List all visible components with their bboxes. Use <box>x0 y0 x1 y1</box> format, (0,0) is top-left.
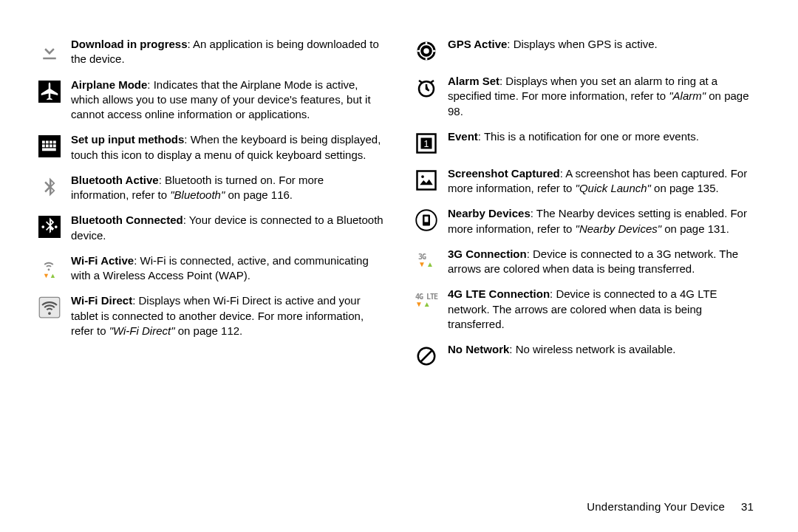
entry-reference: "Quick Launch" <box>576 182 651 194</box>
entry-description: Event: This is a notification for one or… <box>448 129 761 144</box>
entry-text: : Displays when GPS is active. <box>507 38 657 50</box>
nonetwork-icon <box>414 344 439 369</box>
left-column: Download in progress: An application is … <box>37 37 384 379</box>
icon-entry: Nearby Devices: The Nearby devices setti… <box>414 206 761 236</box>
icon-entry: Bluetooth Connected: Your device is conn… <box>37 213 384 243</box>
entry-description: Nearby Devices: The Nearby devices setti… <box>448 206 761 236</box>
icon-entry: No Network: No wireless network is avail… <box>414 342 761 369</box>
alarm-icon <box>414 75 439 100</box>
entry-description: 4G LTE Connection: Device is connected t… <box>448 287 761 332</box>
wifi-active-icon: ▼▲ <box>37 255 62 280</box>
screenshot-icon <box>414 168 439 193</box>
icon-entry: 4G LTE▼▲4G LTE Connection: Device is con… <box>414 287 761 332</box>
footer-section: Understanding Your Device <box>587 500 725 513</box>
entry-text: : No wireless network is available. <box>509 343 675 355</box>
entry-reference: "Wi-Fi Direct" <box>109 324 175 337</box>
entry-title: Download in progress <box>71 38 188 50</box>
bluetooth-connected-icon <box>37 214 62 239</box>
entry-tail: on page 131. <box>661 222 729 235</box>
entry-description: Bluetooth Connected: Your device is conn… <box>71 213 384 243</box>
entry-title: Wi-Fi Direct <box>71 294 132 307</box>
entry-description: Alarm Set: Displays when you set an alar… <box>448 74 761 119</box>
keyboard-icon <box>37 134 62 159</box>
entry-description: No Network: No wireless network is avail… <box>448 342 761 357</box>
entry-title: Wi-Fi Active <box>71 254 134 267</box>
entry-description: Wi-Fi Active: Wi-Fi is connected, active… <box>71 253 384 284</box>
entry-description: Set up input methods: When the keyboard … <box>71 132 384 163</box>
icon-entry: Screenshot Captured: A screenshot has be… <box>414 166 761 197</box>
entry-tail: on page 135. <box>651 182 719 194</box>
entry-title: Set up input methods <box>71 133 184 146</box>
icon-entry: 3G▼▲3G Connection: Device is connected t… <box>414 247 761 277</box>
download-icon <box>37 38 62 64</box>
fourg-icon: 4G LTE▼▲ <box>414 288 439 313</box>
footer-page-number: 31 <box>741 500 754 513</box>
entry-title: No Network <box>448 343 509 355</box>
entry-title: Airplane Mode <box>71 78 147 91</box>
entry-description: Bluetooth Active: Bluetooth is turned on… <box>71 173 384 203</box>
entry-title: Nearby Devices <box>448 207 531 219</box>
airplane-icon <box>37 79 62 104</box>
entry-reference: "Alarm" <box>669 89 706 102</box>
bluetooth-icon <box>37 174 62 200</box>
icon-entry: Set up input methods: When the keyboard … <box>37 132 384 163</box>
entry-title: Bluetooth Active <box>71 174 159 186</box>
entry-title: 4G LTE Connection <box>448 287 550 300</box>
entry-description: GPS Active: Displays when GPS is active. <box>448 37 761 52</box>
entry-title: Event <box>448 130 478 143</box>
right-column: GPS Active: Displays when GPS is active.… <box>414 37 761 379</box>
entry-description: Wi-Fi Direct: Displays when Wi-Fi Direct… <box>71 293 384 338</box>
icon-entry: Airplane Mode: Indicates that the Airpla… <box>37 78 384 123</box>
entry-title: Screenshot Captured <box>448 167 560 180</box>
nearby-icon <box>414 208 439 233</box>
icon-entry: Event: This is a notification for one or… <box>414 129 761 156</box>
icon-entry: Bluetooth Active: Bluetooth is turned on… <box>37 173 384 203</box>
icon-entry: GPS Active: Displays when GPS is active. <box>414 37 761 64</box>
entry-description: Airplane Mode: Indicates that the Airpla… <box>71 78 384 123</box>
entry-description: 3G Connection: Device is connected to a … <box>448 247 761 277</box>
entry-title: 3G Connection <box>448 248 527 260</box>
page-content: Download in progress: An application is … <box>0 0 798 379</box>
icon-entry: Wi-Fi Direct: Displays when Wi-Fi Direct… <box>37 293 384 338</box>
entry-reference: "Bluetooth" <box>170 188 225 201</box>
event-icon <box>414 131 439 156</box>
entry-tail: on page 112. <box>175 324 243 337</box>
icon-entry: Alarm Set: Displays when you set an alar… <box>414 74 761 119</box>
entry-description: Screenshot Captured: A screenshot has be… <box>448 166 761 197</box>
icon-entry: ▼▲Wi-Fi Active: Wi-Fi is connected, acti… <box>37 253 384 284</box>
threeg-icon: 3G▼▲ <box>414 248 439 273</box>
entry-title: Alarm Set <box>448 75 499 87</box>
entry-reference: "Nearby Devices" <box>576 222 662 235</box>
gps-icon <box>414 38 439 64</box>
entry-description: Download in progress: An application is … <box>71 37 384 67</box>
wifi-direct-icon <box>37 295 62 320</box>
entry-text: : This is a notification for one or more… <box>478 130 699 143</box>
entry-title: Bluetooth Connected <box>71 214 183 226</box>
entry-tail: on page 116. <box>225 188 293 201</box>
page-footer: Understanding Your Device 31 <box>587 499 754 514</box>
icon-entry: Download in progress: An application is … <box>37 37 384 67</box>
entry-title: GPS Active <box>448 38 507 50</box>
